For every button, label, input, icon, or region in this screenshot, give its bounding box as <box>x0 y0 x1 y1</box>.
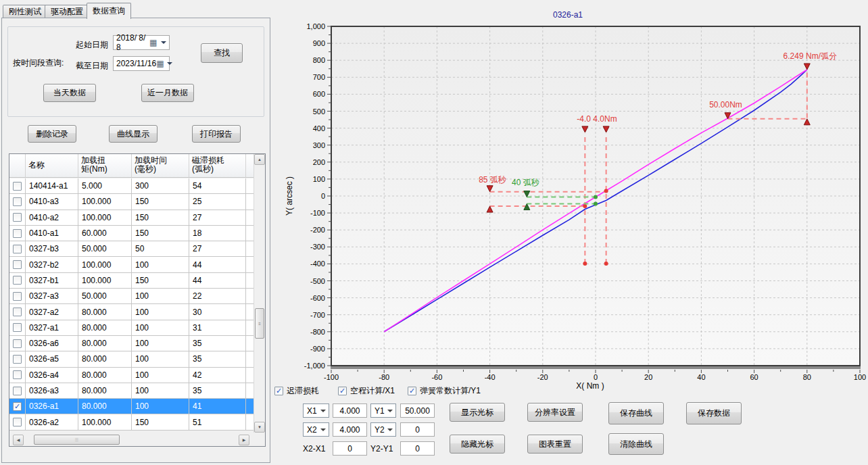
row-checkbox[interactable] <box>13 260 22 269</box>
y2-y1-value-field[interactable]: 0 <box>400 441 435 456</box>
table-row[interactable]: 0326-a2100.00015051 <box>9 414 254 430</box>
last-month-data-button[interactable]: 近一月数据 <box>141 84 194 102</box>
save-curve-button[interactable]: 保存曲线 <box>608 402 664 424</box>
row-checkbox[interactable] <box>13 292 22 301</box>
clear-curve-button[interactable]: 清除曲线 <box>608 433 664 455</box>
search-button[interactable]: 查找 <box>201 43 243 63</box>
horizontal-scroll-thumb[interactable]: 𝄙 <box>34 435 120 445</box>
header-checkbox-col <box>9 154 26 177</box>
x2-value-field[interactable]: 4.000 <box>333 422 367 437</box>
row-checkbox-cell <box>9 383 26 398</box>
checkbox-hysteresis[interactable]: ✓ 迟滞损耗 <box>274 385 319 397</box>
print-report-button[interactable]: 打印报告 <box>192 125 241 143</box>
table-row[interactable]: 0410-a3100.00015025 <box>9 194 254 210</box>
row-checkbox[interactable] <box>13 418 22 426</box>
end-date-value: 2023/11/16 <box>114 59 156 68</box>
x2-x1-label: X2-X1 <box>303 441 325 456</box>
row-checkbox[interactable] <box>13 370 22 379</box>
end-date-picker[interactable]: 2023/11/16 ▦ <box>113 56 170 71</box>
cell-time: 100 <box>132 351 189 366</box>
stiffness-chart[interactable]: -100-80-60-40-200204060801001,0009008007… <box>276 0 868 392</box>
cell-hysteresis: 51 <box>189 414 246 429</box>
x2-select[interactable]: X2 <box>303 422 329 437</box>
svg-text:-200: -200 <box>310 226 325 234</box>
table-row[interactable]: 0326-a680.00010035 <box>9 336 254 351</box>
tab-drive-config[interactable]: 驱动配置 <box>45 5 89 18</box>
table-row[interactable]: 140414-a15.00030054 <box>9 178 254 194</box>
row-checkbox[interactable] <box>13 339 22 348</box>
svg-text:900: 900 <box>313 39 325 47</box>
table-row[interactable]: 0326-a480.00010042 <box>9 368 254 383</box>
chevron-down-icon <box>387 410 393 415</box>
vertical-scroll-thumb[interactable]: ≡ <box>255 308 264 339</box>
row-checkbox[interactable]: ✓ <box>13 402 22 411</box>
chart-reset-button[interactable]: 图表重置 <box>527 435 583 454</box>
x2-x1-value-field[interactable]: 0 <box>333 441 367 456</box>
row-checkbox[interactable] <box>13 308 22 316</box>
chevron-down-icon[interactable] <box>167 62 172 68</box>
x1-value-field[interactable]: 4.000 <box>333 403 367 418</box>
scroll-down-icon[interactable]: ▼ <box>254 422 265 433</box>
row-checkbox[interactable] <box>13 245 22 253</box>
chevron-down-icon[interactable] <box>161 41 166 47</box>
checkbox-icon[interactable]: ✓ <box>408 387 416 395</box>
scroll-left-icon[interactable]: ◀ <box>13 435 24 445</box>
hide-cursor-button[interactable]: 隐藏光标 <box>450 435 505 454</box>
checkbox-icon[interactable]: ✓ <box>274 387 283 395</box>
table-row[interactable]: 0326-a580.00010035 <box>9 351 254 367</box>
checkbox-spring-constant-y1[interactable]: ✓ 弹簧常数计算/Y1 <box>408 385 481 397</box>
row-checkbox-cell <box>9 178 26 193</box>
save-data-button[interactable]: 保存数据 <box>686 402 742 424</box>
row-checkbox[interactable] <box>13 229 22 238</box>
table-row[interactable]: ✓0326-a180.00010041 <box>9 399 254 414</box>
checkbox-backlash-x1[interactable]: ✓ 空程计算/X1 <box>338 385 395 397</box>
table-row[interactable]: 0327-a350.00010022 <box>9 289 254 304</box>
y1-value-field[interactable]: 50.000 <box>400 403 435 418</box>
cell-hysteresis: 30 <box>189 304 246 319</box>
tab-data-query[interactable]: 数据查询 <box>87 3 131 19</box>
field-value: 0 <box>415 444 420 454</box>
svg-text:20: 20 <box>644 373 652 381</box>
table-row[interactable]: 0327-a180.00010031 <box>9 320 254 336</box>
delete-record-button[interactable]: 删除记录 <box>28 125 76 143</box>
row-checkbox[interactable] <box>13 355 22 364</box>
table-row[interactable]: 0326-a380.00010035 <box>9 383 254 399</box>
button-label: 显示光标 <box>461 407 493 418</box>
row-checkbox[interactable] <box>13 323 22 332</box>
vertical-scrollbar[interactable]: ▲ ≡ ▼ <box>254 154 265 433</box>
tab-stiffness-test[interactable]: 刚性测试 <box>3 5 47 18</box>
button-label: 图表重置 <box>539 439 571 450</box>
y1-select[interactable]: Y1 <box>370 403 396 418</box>
table-row[interactable]: 0410-a2100.00015027 <box>9 210 254 226</box>
table-row[interactable]: 0410-a160.00015018 <box>9 226 254 241</box>
row-checkbox-cell <box>9 336 26 351</box>
row-checkbox[interactable] <box>13 387 22 395</box>
y2-select[interactable]: Y2 <box>370 422 396 437</box>
checkbox-icon[interactable]: ✓ <box>338 387 347 395</box>
svg-text:1,000: 1,000 <box>306 22 325 30</box>
row-checkbox[interactable] <box>13 197 22 206</box>
show-cursor-button[interactable]: 显示光标 <box>450 403 505 422</box>
row-checkbox[interactable] <box>13 182 22 191</box>
start-date-picker[interactable]: 2018/ 8/ 8 ▦ <box>113 35 170 50</box>
curve-display-button[interactable]: 曲线显示 <box>109 125 158 143</box>
today-data-button[interactable]: 当天数据 <box>43 84 96 102</box>
table-row[interactable]: 0327-a280.00010030 <box>9 304 254 320</box>
table-row[interactable]: 0327-b350.0005027 <box>9 241 254 257</box>
horizontal-scrollbar[interactable]: ◀ 𝄙 ▶ <box>13 434 249 445</box>
annotation-label: 6.249 Nm/弧分 <box>783 51 837 61</box>
table-row[interactable]: 0327-b2100.00010044 <box>9 257 254 272</box>
table-row[interactable]: 0327-b1100.00015044 <box>9 273 254 289</box>
scroll-up-icon[interactable]: ▲ <box>254 154 265 165</box>
y2-value-field[interactable]: 0 <box>400 422 435 437</box>
svg-text:60: 60 <box>750 373 758 381</box>
scroll-right-icon[interactable]: ▶ <box>239 435 249 445</box>
row-checkbox[interactable] <box>13 276 22 285</box>
resolution-settings-button[interactable]: 分辨率设置 <box>527 403 583 422</box>
checkbox-label: 迟滞损耗 <box>287 385 319 397</box>
cell-hysteresis: 35 <box>189 336 246 351</box>
cell-time: 150 <box>132 226 189 241</box>
cell-time: 100 <box>132 257 189 272</box>
x1-select[interactable]: X1 <box>303 403 329 418</box>
row-checkbox[interactable] <box>13 213 22 222</box>
